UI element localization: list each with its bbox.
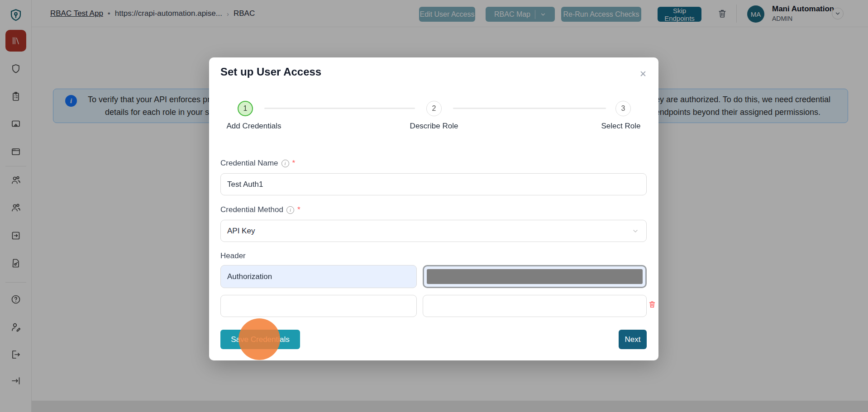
step-2-circle[interactable]: 2 <box>426 101 442 116</box>
select-chevron-down-icon <box>632 227 639 235</box>
close-icon[interactable]: ✕ <box>637 67 649 80</box>
step-connector <box>264 108 415 109</box>
setup-user-access-modal: Set up User Access ✕ 1 2 3 Add Credentia… <box>209 57 658 360</box>
delete-row-trash-icon[interactable] <box>648 300 656 308</box>
credential-method-select[interactable]: API Key <box>220 220 647 242</box>
credential-method-value: API Key <box>227 227 255 236</box>
step-1-label: Add Credentials <box>227 122 281 131</box>
step-1-circle[interactable]: 1 <box>238 101 253 116</box>
header-key-input[interactable] <box>220 265 417 288</box>
required-asterisk: * <box>292 159 296 168</box>
modal-title: Set up User Access <box>220 66 321 78</box>
step-3-label: Select Role <box>601 122 641 131</box>
credential-name-input[interactable] <box>220 173 647 195</box>
info-tooltip-icon[interactable]: i <box>281 160 289 167</box>
header-key-input-row2[interactable] <box>220 295 417 317</box>
save-credentials-button[interactable]: Save Credentials <box>220 330 300 349</box>
credential-method-label-text: Credential Method <box>220 205 283 214</box>
credential-name-label-text: Credential Name <box>220 159 278 168</box>
required-asterisk: * <box>297 205 300 214</box>
credential-method-label: Credential Method i * <box>220 205 300 214</box>
next-button[interactable]: Next <box>619 330 647 349</box>
credential-name-label: Credential Name i * <box>220 159 295 168</box>
header-value-input-row2[interactable] <box>423 295 647 317</box>
step-connector <box>453 108 606 109</box>
step-3-circle[interactable]: 3 <box>615 101 631 116</box>
header-value-input-masked[interactable] <box>423 265 647 288</box>
step-2-label: Describe Role <box>410 122 458 131</box>
redaction-mask <box>427 269 643 284</box>
header-section-label: Header <box>220 251 246 260</box>
header-label-text: Header <box>220 251 246 260</box>
info-tooltip-icon[interactable]: i <box>286 206 294 214</box>
